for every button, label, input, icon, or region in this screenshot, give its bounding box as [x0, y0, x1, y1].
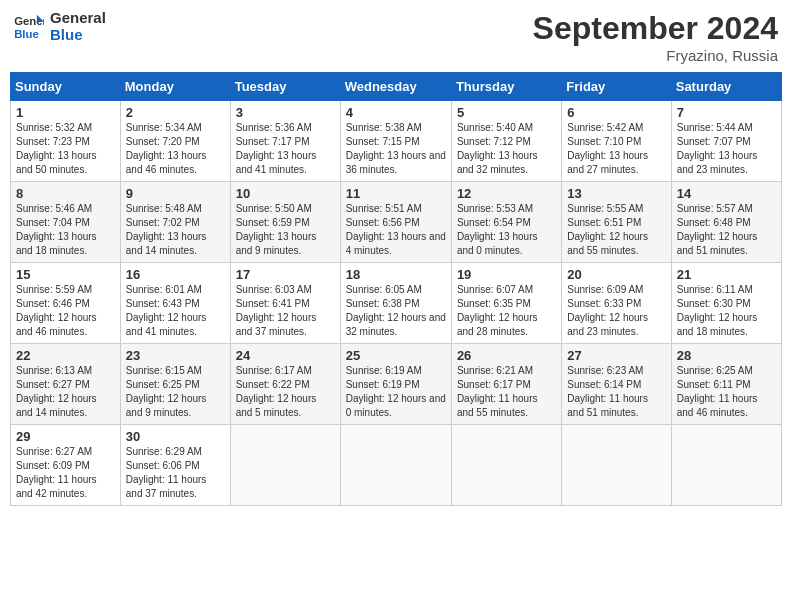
day-number: 20: [567, 267, 665, 282]
col-header-tuesday: Tuesday: [230, 73, 340, 101]
day-cell-15: 15Sunrise: 5:59 AMSunset: 6:46 PMDayligh…: [11, 263, 121, 344]
day-number: 2: [126, 105, 225, 120]
month-title: September 2024: [533, 10, 778, 47]
day-cell-11: 11Sunrise: 5:51 AMSunset: 6:56 PMDayligh…: [340, 182, 451, 263]
svg-text:Blue: Blue: [14, 27, 39, 39]
day-number: 7: [677, 105, 776, 120]
day-number: 25: [346, 348, 446, 363]
day-info: Sunrise: 6:19 AMSunset: 6:19 PMDaylight:…: [346, 364, 446, 420]
week-row-3: 15Sunrise: 5:59 AMSunset: 6:46 PMDayligh…: [11, 263, 782, 344]
day-number: 26: [457, 348, 556, 363]
col-header-friday: Friday: [562, 73, 671, 101]
day-number: 19: [457, 267, 556, 282]
col-header-sunday: Sunday: [11, 73, 121, 101]
day-cell-21: 21Sunrise: 6:11 AMSunset: 6:30 PMDayligh…: [671, 263, 781, 344]
logo-icon: General Blue: [14, 13, 44, 41]
day-cell-4: 4Sunrise: 5:38 AMSunset: 7:15 PMDaylight…: [340, 101, 451, 182]
day-cell-20: 20Sunrise: 6:09 AMSunset: 6:33 PMDayligh…: [562, 263, 671, 344]
header-row: SundayMondayTuesdayWednesdayThursdayFrid…: [11, 73, 782, 101]
logo-text-blue: Blue: [50, 27, 106, 44]
day-cell-19: 19Sunrise: 6:07 AMSunset: 6:35 PMDayligh…: [451, 263, 561, 344]
day-cell-9: 9Sunrise: 5:48 AMSunset: 7:02 PMDaylight…: [120, 182, 230, 263]
day-number: 30: [126, 429, 225, 444]
empty-cell: [671, 425, 781, 506]
day-info: Sunrise: 5:57 AMSunset: 6:48 PMDaylight:…: [677, 202, 776, 258]
day-cell-5: 5Sunrise: 5:40 AMSunset: 7:12 PMDaylight…: [451, 101, 561, 182]
day-cell-13: 13Sunrise: 5:55 AMSunset: 6:51 PMDayligh…: [562, 182, 671, 263]
day-cell-22: 22Sunrise: 6:13 AMSunset: 6:27 PMDayligh…: [11, 344, 121, 425]
day-number: 9: [126, 186, 225, 201]
day-info: Sunrise: 5:59 AMSunset: 6:46 PMDaylight:…: [16, 283, 115, 339]
day-info: Sunrise: 5:32 AMSunset: 7:23 PMDaylight:…: [16, 121, 115, 177]
day-cell-16: 16Sunrise: 6:01 AMSunset: 6:43 PMDayligh…: [120, 263, 230, 344]
week-row-5: 29Sunrise: 6:27 AMSunset: 6:09 PMDayligh…: [11, 425, 782, 506]
day-cell-23: 23Sunrise: 6:15 AMSunset: 6:25 PMDayligh…: [120, 344, 230, 425]
day-info: Sunrise: 5:40 AMSunset: 7:12 PMDaylight:…: [457, 121, 556, 177]
day-cell-14: 14Sunrise: 5:57 AMSunset: 6:48 PMDayligh…: [671, 182, 781, 263]
day-cell-7: 7Sunrise: 5:44 AMSunset: 7:07 PMDaylight…: [671, 101, 781, 182]
day-info: Sunrise: 6:05 AMSunset: 6:38 PMDaylight:…: [346, 283, 446, 339]
location-label: Fryazino, Russia: [533, 47, 778, 64]
day-cell-25: 25Sunrise: 6:19 AMSunset: 6:19 PMDayligh…: [340, 344, 451, 425]
calendar-table: SundayMondayTuesdayWednesdayThursdayFrid…: [10, 72, 782, 506]
day-cell-17: 17Sunrise: 6:03 AMSunset: 6:41 PMDayligh…: [230, 263, 340, 344]
day-number: 17: [236, 267, 335, 282]
day-info: Sunrise: 5:55 AMSunset: 6:51 PMDaylight:…: [567, 202, 665, 258]
day-number: 1: [16, 105, 115, 120]
day-number: 13: [567, 186, 665, 201]
day-cell-10: 10Sunrise: 5:50 AMSunset: 6:59 PMDayligh…: [230, 182, 340, 263]
day-cell-24: 24Sunrise: 6:17 AMSunset: 6:22 PMDayligh…: [230, 344, 340, 425]
logo: General Blue General Blue: [14, 10, 106, 43]
day-cell-28: 28Sunrise: 6:25 AMSunset: 6:11 PMDayligh…: [671, 344, 781, 425]
page-header: General Blue General Blue September 2024…: [10, 10, 782, 64]
day-info: Sunrise: 5:44 AMSunset: 7:07 PMDaylight:…: [677, 121, 776, 177]
empty-cell: [451, 425, 561, 506]
day-number: 4: [346, 105, 446, 120]
day-info: Sunrise: 6:29 AMSunset: 6:06 PMDaylight:…: [126, 445, 225, 501]
logo-text-general: General: [50, 10, 106, 27]
day-number: 22: [16, 348, 115, 363]
day-cell-18: 18Sunrise: 6:05 AMSunset: 6:38 PMDayligh…: [340, 263, 451, 344]
empty-cell: [340, 425, 451, 506]
day-cell-29: 29Sunrise: 6:27 AMSunset: 6:09 PMDayligh…: [11, 425, 121, 506]
col-header-saturday: Saturday: [671, 73, 781, 101]
day-cell-26: 26Sunrise: 6:21 AMSunset: 6:17 PMDayligh…: [451, 344, 561, 425]
day-info: Sunrise: 5:42 AMSunset: 7:10 PMDaylight:…: [567, 121, 665, 177]
day-info: Sunrise: 5:34 AMSunset: 7:20 PMDaylight:…: [126, 121, 225, 177]
empty-cell: [230, 425, 340, 506]
day-number: 21: [677, 267, 776, 282]
day-info: Sunrise: 6:01 AMSunset: 6:43 PMDaylight:…: [126, 283, 225, 339]
day-number: 10: [236, 186, 335, 201]
day-number: 12: [457, 186, 556, 201]
day-info: Sunrise: 6:03 AMSunset: 6:41 PMDaylight:…: [236, 283, 335, 339]
day-cell-8: 8Sunrise: 5:46 AMSunset: 7:04 PMDaylight…: [11, 182, 121, 263]
day-number: 14: [677, 186, 776, 201]
day-cell-30: 30Sunrise: 6:29 AMSunset: 6:06 PMDayligh…: [120, 425, 230, 506]
day-number: 15: [16, 267, 115, 282]
day-info: Sunrise: 6:11 AMSunset: 6:30 PMDaylight:…: [677, 283, 776, 339]
day-number: 28: [677, 348, 776, 363]
day-info: Sunrise: 6:09 AMSunset: 6:33 PMDaylight:…: [567, 283, 665, 339]
day-info: Sunrise: 5:50 AMSunset: 6:59 PMDaylight:…: [236, 202, 335, 258]
day-number: 18: [346, 267, 446, 282]
day-cell-1: 1Sunrise: 5:32 AMSunset: 7:23 PMDaylight…: [11, 101, 121, 182]
day-number: 27: [567, 348, 665, 363]
day-info: Sunrise: 5:51 AMSunset: 6:56 PMDaylight:…: [346, 202, 446, 258]
title-area: September 2024 Fryazino, Russia: [533, 10, 778, 64]
day-number: 8: [16, 186, 115, 201]
day-cell-12: 12Sunrise: 5:53 AMSunset: 6:54 PMDayligh…: [451, 182, 561, 263]
day-number: 23: [126, 348, 225, 363]
day-number: 11: [346, 186, 446, 201]
day-info: Sunrise: 5:46 AMSunset: 7:04 PMDaylight:…: [16, 202, 115, 258]
empty-cell: [562, 425, 671, 506]
day-info: Sunrise: 6:27 AMSunset: 6:09 PMDaylight:…: [16, 445, 115, 501]
day-info: Sunrise: 5:53 AMSunset: 6:54 PMDaylight:…: [457, 202, 556, 258]
col-header-thursday: Thursday: [451, 73, 561, 101]
day-info: Sunrise: 5:36 AMSunset: 7:17 PMDaylight:…: [236, 121, 335, 177]
day-cell-6: 6Sunrise: 5:42 AMSunset: 7:10 PMDaylight…: [562, 101, 671, 182]
week-row-2: 8Sunrise: 5:46 AMSunset: 7:04 PMDaylight…: [11, 182, 782, 263]
day-info: Sunrise: 6:21 AMSunset: 6:17 PMDaylight:…: [457, 364, 556, 420]
day-info: Sunrise: 5:38 AMSunset: 7:15 PMDaylight:…: [346, 121, 446, 177]
day-info: Sunrise: 6:15 AMSunset: 6:25 PMDaylight:…: [126, 364, 225, 420]
day-number: 3: [236, 105, 335, 120]
